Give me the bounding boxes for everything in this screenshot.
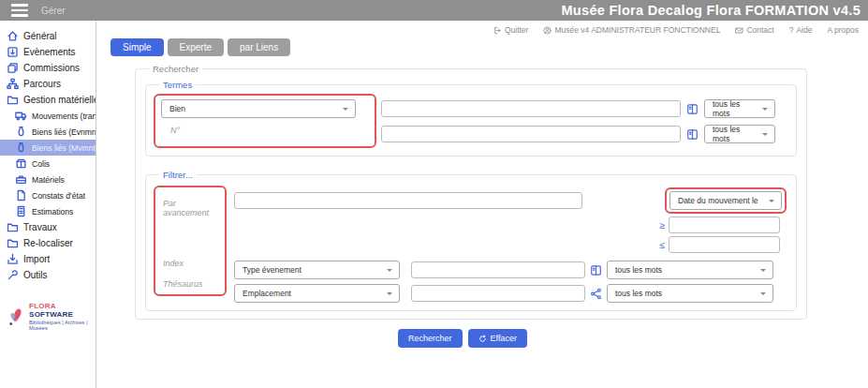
thesaurus-value-input[interactable]	[411, 285, 585, 302]
annotation-rectangle: Date du mouvement le	[665, 187, 787, 214]
envelope-icon	[735, 26, 743, 35]
date-lte-input[interactable]	[669, 236, 780, 253]
sidebar-item-estimations[interactable]: Estimations	[0, 203, 96, 219]
sidebar-item-gestion-materielle[interactable]: Gestion matérielle	[0, 92, 96, 108]
folder-icon	[7, 237, 19, 249]
termes-row1-input[interactable]	[381, 100, 681, 117]
termes-row2-input[interactable]	[381, 126, 681, 142]
sidebar-item-mouvements[interactable]: Mouvements (transp...	[0, 108, 96, 124]
windows-icon	[7, 62, 19, 74]
question-icon: ?	[789, 25, 794, 35]
annotation-rectangle: Par avancement Index Thésaurus	[154, 186, 227, 296]
sidebar-item-parcours[interactable]: Parcours	[0, 76, 96, 92]
package-icon	[15, 157, 27, 170]
brand-name: FLORA SOFTWARE	[29, 302, 96, 319]
termes-fieldset: Termes Bien N° tous les mots	[145, 80, 797, 157]
sidebar-item-label: Import	[23, 254, 50, 264]
toolbox-icon	[15, 173, 27, 186]
index-book-icon[interactable]	[686, 128, 699, 141]
rechercher-button[interactable]: Rechercher	[398, 329, 463, 348]
hierarchy-share-icon[interactable]	[590, 288, 602, 300]
index-book-icon[interactable]	[590, 264, 602, 276]
index-book-icon[interactable]	[686, 103, 699, 115]
contact-link[interactable]: Contact	[735, 25, 773, 35]
refresh-icon	[478, 335, 487, 343]
numero-label: N°	[170, 126, 369, 139]
sidebar-item-label: Travaux	[23, 222, 57, 232]
sidebar-item-travaux[interactable]: Travaux	[0, 219, 96, 235]
sidebar-item-constats-detat[interactable]: Constats d'état	[0, 187, 96, 203]
folder-icon	[7, 221, 19, 233]
effacer-button[interactable]: Effacer	[468, 329, 527, 348]
index-field-select[interactable]: Type évenement	[234, 261, 400, 279]
filtrer-legend: Filtrer...	[159, 170, 197, 180]
sidebar-item-label: Mouvements (transp...	[32, 112, 96, 121]
action-buttons: Rechercher Effacer	[135, 329, 790, 348]
thesaurus-label: Thésaurus	[163, 279, 221, 289]
wrench-icon	[7, 269, 19, 281]
sidebar-item-colis[interactable]: Colis	[0, 156, 96, 172]
tab-simple[interactable]: Simple	[110, 38, 164, 56]
hamburger-menu-icon[interactable]	[11, 4, 28, 17]
index-label: Index	[163, 259, 221, 268]
sidebar-item-evenements[interactable]: Evènements	[0, 44, 96, 60]
main-content: Quitter Musée v4 ADMINISTRATEUR FONCTION…	[97, 21, 868, 388]
search-mode-tabs: Simple Experte par Liens	[110, 38, 868, 56]
sidebar-item-label: Colis	[32, 159, 50, 169]
sidebar-item-general[interactable]: Général	[0, 28, 96, 44]
app-title: Musée Flora Decalog Flora FORMATION v4.5	[561, 3, 861, 18]
vase-icon	[15, 126, 27, 138]
user-icon	[543, 26, 552, 35]
sidebar-item-commissions[interactable]: Commissions	[0, 60, 96, 76]
rechercher-fieldset: Rechercher Termes Bien N°	[135, 64, 807, 320]
termes-field-select[interactable]: Bien	[161, 99, 356, 118]
a-propos-link[interactable]: A propos	[827, 25, 859, 35]
butterfly-icon	[6, 305, 26, 329]
top-bar: Gérer Musée Flora Decalog Flora FORMATIO…	[0, 0, 868, 21]
tab-par-liens[interactable]: par Liens	[228, 38, 290, 56]
menu-label[interactable]: Gérer	[41, 6, 66, 16]
par-avancement-label: Par avancement	[163, 199, 221, 217]
sitemap-icon	[7, 78, 19, 90]
sidebar-item-biens-lies-evnmnt[interactable]: Biens liés (Evnmnt)	[0, 124, 96, 140]
par-avancement-input[interactable]	[234, 192, 582, 209]
lte-symbol: ≤	[660, 240, 666, 250]
date-gte-input[interactable]	[669, 216, 780, 233]
sidebar-item-label: Biens liés (Mvmnt)	[32, 143, 96, 153]
sidebar: Général Evènements Commissions Parcours …	[0, 21, 96, 388]
thesaurus-match-select[interactable]: tous les mots	[607, 284, 773, 303]
index-match-select[interactable]: tous les mots	[607, 261, 773, 279]
sidebar-item-biens-lies-mvmnt[interactable]: Biens liés (Mvmnt)	[0, 140, 96, 156]
gte-symbol: ≥	[660, 220, 666, 231]
logout-icon	[493, 26, 502, 35]
sidebar-item-import[interactable]: Import	[0, 251, 96, 267]
termes-row1-match-select[interactable]: tous les mots	[704, 99, 775, 118]
filtrer-fieldset: Filtrer... Par avancement Index Thésauru…	[145, 170, 797, 311]
app-window: Gérer Musée Flora Decalog Flora FORMATIO…	[0, 0, 868, 388]
annotation-rectangle: Bien N°	[154, 94, 376, 148]
sidebar-item-label: Parcours	[23, 79, 61, 89]
sidebar-item-label: Evènements	[23, 47, 76, 57]
quitter-link[interactable]: Quitter	[493, 25, 529, 35]
tab-experte[interactable]: Experte	[168, 38, 224, 56]
index-value-input[interactable]	[411, 261, 585, 278]
termes-legend: Termes	[159, 80, 196, 90]
termes-field-select-value: Bien	[169, 104, 185, 113]
document-icon	[15, 189, 27, 201]
event-box-icon	[7, 46, 19, 58]
sidebar-item-label: Commissions	[23, 63, 80, 73]
thesaurus-field-select[interactable]: Emplacement	[234, 284, 400, 303]
rechercher-legend: Rechercher	[149, 64, 202, 74]
termes-row2-match-select[interactable]: tous les mots	[704, 125, 775, 143]
import-icon	[7, 253, 19, 265]
sidebar-item-label: Biens liés (Evnmnt)	[32, 127, 96, 137]
date-field-select[interactable]: Date du mouvement le	[669, 191, 782, 210]
sidebar-item-re-localiser[interactable]: Re-localiser	[0, 235, 96, 251]
sidebar-item-outils[interactable]: Outils	[0, 267, 96, 283]
calculator-icon	[15, 205, 27, 217]
folder-icon	[7, 94, 19, 106]
user-account-link[interactable]: Musée v4 ADMINISTRATEUR FONCTIONNEL	[543, 25, 720, 35]
sidebar-item-materiels[interactable]: Matériels	[0, 172, 96, 187]
home-icon	[7, 30, 19, 42]
aide-link[interactable]: ? Aide	[789, 25, 813, 35]
